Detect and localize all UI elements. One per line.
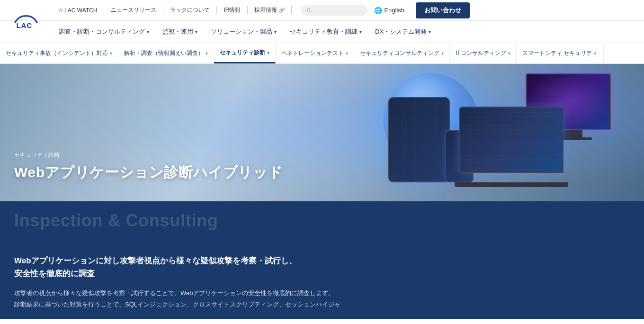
chevron-down-icon: ▾ xyxy=(508,51,510,56)
chevron-down-icon: ▾ xyxy=(267,50,269,55)
subnav-item-security-cons[interactable]: セキュリティコンサルティング ▾ xyxy=(354,43,450,63)
subnav-label-incident: セキュリティ事故（インシデント）対応 xyxy=(6,49,108,57)
subnav-item-it-cons[interactable]: ITコンサルティング ▾ xyxy=(450,43,517,63)
subnav-label-smart-city: スマートシティ セキュリティ xyxy=(522,49,598,57)
nav-item-solutions[interactable]: ソリューション・製品 ▾ xyxy=(204,21,283,43)
subnav-item-analysis[interactable]: 解析・調査（情報漏えい調査） ▾ xyxy=(118,43,214,63)
section-banner-text: Inspection & Consulting xyxy=(14,211,630,231)
english-toggle[interactable]: 🌐 English xyxy=(367,7,411,14)
nav-item-consulting[interactable]: 調査・診断・コンサルティング ▾ xyxy=(52,21,156,43)
svg-text:LAC: LAC xyxy=(16,21,32,29)
top-link-recruit[interactable]: 採用情報 🔗 xyxy=(248,6,292,14)
subnav-label-security-diag: セキュリティ診断 xyxy=(220,49,265,57)
logo-container[interactable]: LAC xyxy=(9,0,43,43)
content-section: Webアプリケーションに対し攻撃者視点から様々な疑似攻撃を考察・試行し、安全性を… xyxy=(0,240,644,319)
chevron-down-icon: ▾ xyxy=(206,51,208,56)
chevron-down-icon: ▾ xyxy=(274,29,277,35)
search-box[interactable] xyxy=(301,5,367,16)
nav-label-monitoring: 監視・運用 xyxy=(162,27,193,36)
recruit-icon: 🔗 xyxy=(279,8,285,13)
news-label: ニュースリリース xyxy=(111,6,156,14)
hero-devices xyxy=(336,69,620,197)
chevron-down-icon: ▾ xyxy=(359,29,362,35)
device-laptop xyxy=(459,107,582,187)
subnav-label-pentest: ペネトレーションテスト xyxy=(281,49,344,57)
full-header: © LAC WATCH ニュースリリース ラックについて IR情報 採用情報 🔗 xyxy=(0,0,644,43)
chevron-down-icon: ▾ xyxy=(346,51,348,56)
about-label: ラックについて xyxy=(170,6,210,14)
content-headline: Webアプリケーションに対し攻撃者視点から様々な疑似攻撃を考察・試行し、安全性を… xyxy=(14,254,630,280)
nav-label-solutions: ソリューション・製品 xyxy=(211,27,272,36)
subnav-label-analysis: 解析・調査（情報漏えい調査） xyxy=(124,49,204,57)
chevron-down-icon: ▾ xyxy=(429,29,431,35)
chevron-down-icon: ▾ xyxy=(195,29,197,35)
subnav-item-pentest[interactable]: ペネトレーションテスト ▾ xyxy=(276,43,354,63)
main-nav: 調査・診断・コンサルティング ▾ 監視・運用 ▾ ソリューション・製品 ▾ セキ… xyxy=(0,21,644,43)
subnav-label-security-cons: セキュリティコンサルティング xyxy=(360,49,439,57)
hero-section: セキュリティ診断 Webアプリケーション診断ハイブリッド xyxy=(0,64,644,201)
top-link-about[interactable]: ラックについて xyxy=(163,6,217,14)
section-banner: Inspection & Consulting xyxy=(0,201,644,240)
header: LAC © LAC WATCH ニュースリリース ラックについて IR情報 採用… xyxy=(0,0,644,43)
svg-line-2 xyxy=(310,11,312,12)
chevron-down-icon: ▾ xyxy=(110,51,112,56)
chevron-down-icon: ▾ xyxy=(441,51,444,56)
top-bar: © LAC WATCH ニュースリリース ラックについて IR情報 採用情報 🔗 xyxy=(0,0,644,21)
laptop-base xyxy=(455,182,568,187)
hero-breadcrumb: セキュリティ診断 xyxy=(14,151,283,159)
content-headline-text: Webアプリケーションに対し攻撃者視点から様々な疑似攻撃を考察・試行し、安全性を… xyxy=(14,256,297,278)
content-body-line1: 攻撃者の視点から様々な疑似攻撃を考察・試行することで、Webアプリケーションの安… xyxy=(14,288,630,298)
contact-button[interactable]: お問い合わせ xyxy=(416,2,470,18)
hero-text: セキュリティ診断 Webアプリケーション診断ハイブリッド xyxy=(14,151,283,182)
nav-item-security-edu[interactable]: セキュリティ教育・訓練 ▾ xyxy=(283,21,368,43)
english-label: English xyxy=(384,7,404,14)
hero-title: Webアプリケーション診断ハイブリッド xyxy=(14,163,283,182)
nav-label-dx-dev: DX・システム開発 xyxy=(375,27,427,36)
nav-label-consulting: 調査・診断・コンサルティング xyxy=(59,27,145,36)
globe-icon: 🌐 xyxy=(374,7,382,14)
top-link-ir[interactable]: IR情報 xyxy=(217,6,248,14)
laptop-screen xyxy=(459,107,564,173)
top-link-news[interactable]: ニュースリリース xyxy=(104,6,163,14)
nav-item-monitoring[interactable]: 監視・運用 ▾ xyxy=(156,21,204,43)
lac-watch-icon: © xyxy=(59,8,63,13)
ir-label: IR情報 xyxy=(224,6,241,14)
device-tablet xyxy=(388,97,450,182)
search-icon xyxy=(307,7,312,14)
sub-nav: セキュリティ事故（インシデント）対応 ▾ 解析・調査（情報漏えい調査） ▾ セキ… xyxy=(0,43,644,64)
content-body-line2: 診断結果に基づいた対策を行うことで、SQLインジェクション、クロスサイトスクリプ… xyxy=(14,299,630,310)
lac-logo: LAC xyxy=(9,12,43,30)
svg-point-1 xyxy=(308,9,311,11)
subnav-item-incident[interactable]: セキュリティ事故（インシデント）対応 ▾ xyxy=(0,43,118,63)
chevron-down-icon: ▾ xyxy=(147,29,149,35)
subnav-item-security-diag[interactable]: セキュリティ診断 ▾ xyxy=(214,43,276,63)
subnav-label-it-cons: ITコンサルティング xyxy=(456,49,506,57)
lac-watch-label: LAC WATCH xyxy=(64,7,97,14)
nav-item-dx-dev[interactable]: DX・システム開発 ▾ xyxy=(368,21,438,43)
top-link-lac-watch[interactable]: © LAC WATCH xyxy=(52,7,104,14)
subnav-item-smart-city[interactable]: スマートシティ セキュリティ xyxy=(517,43,604,63)
search-input[interactable] xyxy=(314,7,362,14)
nav-label-security-edu: セキュリティ教育・訓練 xyxy=(290,27,358,36)
content-body: 攻撃者の視点から様々な疑似攻撃を考察・試行することで、Webアプリケーションの安… xyxy=(14,288,630,310)
recruit-label: 採用情報 xyxy=(254,6,277,14)
